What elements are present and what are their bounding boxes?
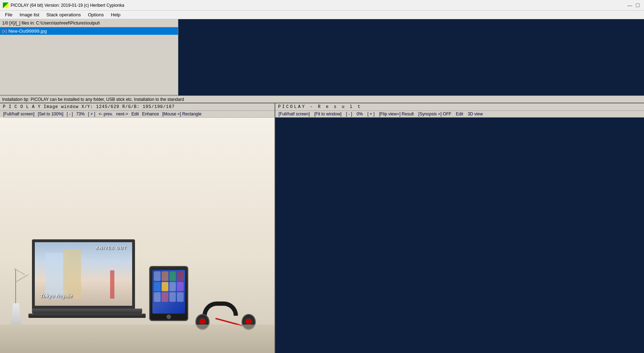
title-bar: PICOLAY (64 bit) Version: 2019-01-19 (c)… — [0, 0, 644, 11]
app-icon-12 — [177, 292, 184, 302]
result-window: PICOLAY - R e s u l t [Full/half screen]… — [275, 103, 644, 353]
bottom-panels: P I C O L A Y Image window X/Y: 1245/629… — [0, 103, 644, 353]
app-icon — [3, 2, 9, 8]
tablet-screen — [152, 270, 185, 314]
result-edit-btn[interactable]: Edit — [454, 112, 464, 116]
result-window-toolbar: [Full/half screen] [Fit to window] [ - ]… — [275, 111, 644, 118]
set-100-btn[interactable]: [Set to 100%] — [36, 112, 64, 116]
menu-stack-operations[interactable]: Stack operations — [43, 11, 85, 18]
result-3d-btn[interactable]: 3D view — [465, 112, 484, 116]
table-reflection — [0, 325, 275, 353]
image-window: P I C O L A Y Image window X/Y: 1245/629… — [0, 103, 275, 353]
laptop-game-title: KNIVES OUT — [96, 246, 127, 250]
file-status-icon: [X] — [2, 29, 7, 33]
dark-panel-top — [178, 19, 644, 96]
laptop-screen: KNIVES OUT Tokyo Royale — [32, 239, 135, 309]
plant-branch1 — [16, 275, 28, 282]
file-name: New-Out99999.jpg — [8, 28, 47, 34]
result-window-titlebar: PICOLAY - R e s u l t — [275, 103, 644, 111]
image-content: KNIVES OUT Tokyo Royale — [0, 118, 275, 353]
app-icon-3 — [169, 271, 176, 281]
tablet-home-btn — [167, 315, 171, 319]
laptop: KNIVES OUT Tokyo Royale — [32, 239, 146, 325]
laptop-bottom — [28, 314, 146, 318]
plant-vase — [11, 303, 21, 325]
minimize-button[interactable]: — — [626, 2, 633, 9]
menu-image-list[interactable]: Image list — [16, 11, 43, 18]
next-btn[interactable]: next-> — [114, 112, 129, 116]
app-icon-9 — [154, 292, 161, 302]
app-icon-4 — [177, 271, 184, 281]
fullhalf-screen-btn[interactable]: [Full/half screen] — [2, 112, 36, 116]
zoom-level: 73% — [74, 112, 86, 116]
scene: KNIVES OUT Tokyo Royale — [0, 118, 275, 353]
laptop-base — [32, 309, 142, 314]
app-icon-5 — [154, 282, 161, 292]
title-bar-text: PICOLAY (64 bit) Version: 2019-01-19 (c)… — [11, 3, 641, 8]
edit-btn[interactable]: Edit — [129, 112, 140, 116]
menu-options[interactable]: Options — [84, 11, 107, 18]
mouse-mode-btn[interactable]: [Mouse =] Rectangle — [160, 112, 202, 116]
result-fullhalf-btn[interactable]: [Full/half screen] — [277, 112, 311, 116]
result-zoom-out-btn[interactable]: [ - ] — [344, 112, 353, 116]
menu-help[interactable]: Help — [107, 11, 124, 18]
app-icon-6 — [162, 282, 168, 292]
result-fit-btn[interactable]: [Fit to window] — [312, 112, 342, 116]
image-window-titlebar: P I C O L A Y Image window X/Y: 1245/629… — [0, 103, 275, 111]
app-icon-10 — [162, 292, 168, 302]
plant-stem — [15, 270, 16, 305]
app-icon-8 — [177, 282, 184, 292]
headphone-logo-right — [246, 319, 251, 324]
menu-bar: File Image list Stack operations Options… — [0, 11, 644, 19]
prev-btn[interactable]: <- prev. — [96, 112, 114, 116]
enhance-btn[interactable]: Enhance — [140, 112, 160, 116]
result-flip-btn[interactable]: [Flip view=] Result — [377, 112, 415, 116]
plant — [5, 261, 27, 325]
tablet-body — [149, 266, 188, 321]
result-zoom-level: 0% — [355, 112, 364, 116]
app-icon-1 — [154, 271, 161, 281]
top-panel: 1/0 [X]/[_] files in: C:\Users\tashreef\… — [0, 19, 644, 96]
laptop-game-text: Tokyo Royale — [40, 293, 72, 299]
zoom-out-btn[interactable]: [ - ] — [64, 112, 74, 116]
file-list-header: 1/0 [X]/[_] files in: C:\Users\tashreef\… — [0, 19, 178, 27]
file-list-panel: 1/0 [X]/[_] files in: C:\Users\tashreef\… — [0, 19, 178, 96]
result-content — [275, 118, 644, 353]
install-tip: Installation tip: PICOLAY can be install… — [0, 96, 644, 103]
headphone-logo — [200, 319, 205, 324]
result-zoom-in-btn[interactable]: [ + ] — [365, 112, 376, 116]
maximize-button[interactable]: ☐ — [634, 2, 641, 9]
app-icon-11 — [169, 292, 176, 302]
list-item[interactable]: [X] New-Out99999.jpg — [0, 27, 178, 35]
app-icon-2 — [162, 271, 168, 281]
menu-file[interactable]: File — [1, 11, 16, 18]
zoom-in-btn[interactable]: [ + ] — [86, 112, 96, 116]
file-list-content[interactable]: [X] New-Out99999.jpg — [0, 27, 178, 95]
image-window-toolbar: [Full/half screen] [Set to 100%] [ - ] 7… — [0, 111, 275, 118]
window-controls[interactable]: — ☐ — [626, 2, 641, 9]
tablet — [149, 266, 188, 321]
laptop-screen-content: KNIVES OUT Tokyo Royale — [35, 242, 132, 306]
result-synopsis-btn[interactable]: [Synopsis =] OFF — [416, 112, 452, 116]
app-icon-7 — [169, 282, 176, 292]
headphone-band — [202, 302, 238, 316]
